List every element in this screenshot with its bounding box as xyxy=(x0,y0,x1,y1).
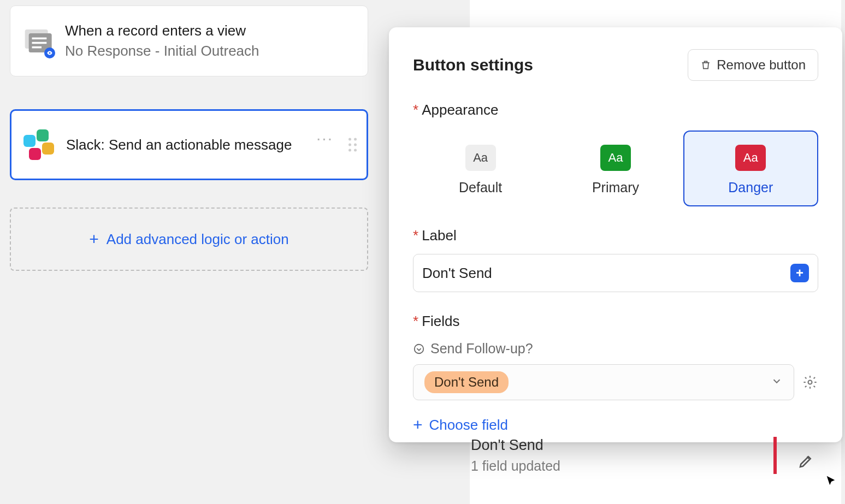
action-card[interactable]: Slack: Send an actionable message ··· xyxy=(10,109,368,180)
view-enter-icon xyxy=(22,26,53,56)
add-token-button[interactable]: + xyxy=(790,264,809,282)
swatch-danger: Aa xyxy=(735,145,766,171)
svg-point-5 xyxy=(415,344,424,353)
field-name-text: Send Follow-up? xyxy=(430,341,533,357)
pencil-icon xyxy=(797,453,814,470)
remove-button[interactable]: Remove button xyxy=(688,49,818,81)
trash-icon xyxy=(700,59,711,71)
gear-icon xyxy=(802,375,818,390)
appearance-option-label: Danger xyxy=(728,180,773,195)
connector xyxy=(189,76,190,109)
modal-title: Button settings xyxy=(413,56,533,74)
appearance-option-primary[interactable]: Aa Primary xyxy=(548,131,683,206)
trigger-title: When a record enters a view xyxy=(65,22,259,39)
label-section: *Label xyxy=(413,227,818,244)
preview-title: Don't Send xyxy=(471,437,763,454)
chevron-circle-icon xyxy=(413,343,425,355)
action-title: Slack: Send an actionable message xyxy=(66,137,292,153)
button-settings-modal: Button settings Remove button *Appearanc… xyxy=(389,27,842,442)
appearance-option-default[interactable]: Aa Default xyxy=(413,131,548,206)
choose-field-label: Choose field xyxy=(429,417,509,434)
fields-section: *Fields xyxy=(413,313,818,330)
appearance-option-label: Primary xyxy=(592,180,639,195)
remove-button-label: Remove button xyxy=(717,57,806,73)
add-action-label: Add advanced logic or action xyxy=(107,231,289,248)
field-name-row: Send Follow-up? xyxy=(413,341,818,357)
slack-icon xyxy=(23,129,54,160)
chevron-down-icon xyxy=(771,375,783,389)
field-settings-button[interactable] xyxy=(802,374,818,390)
choose-field-button[interactable]: + Choose field xyxy=(413,416,818,434)
svg-point-6 xyxy=(808,381,812,384)
field-value-select[interactable]: Don't Send xyxy=(413,364,794,400)
appearance-options: Aa Default Aa Primary Aa Danger xyxy=(413,131,818,206)
swatch-primary: Aa xyxy=(600,145,631,171)
trigger-card[interactable]: When a record enters a view No Response … xyxy=(10,5,368,76)
trigger-subtitle: No Response - Initial Outreach xyxy=(65,43,259,60)
trigger-text: When a record enters a view No Response … xyxy=(65,22,259,60)
edit-button[interactable] xyxy=(797,453,814,472)
plus-icon: + xyxy=(413,416,423,434)
preview-subtitle: 1 field updated xyxy=(471,458,763,474)
view-badge-icon xyxy=(44,48,55,58)
plus-icon: + xyxy=(89,230,99,248)
more-icon[interactable]: ··· xyxy=(316,138,333,152)
button-preview-card[interactable]: Don't Send 1 field updated xyxy=(471,437,777,474)
cursor-icon xyxy=(825,475,837,489)
appearance-option-label: Default xyxy=(459,180,502,195)
appearance-label: *Appearance xyxy=(413,102,818,118)
swatch-default: Aa xyxy=(465,145,496,171)
add-action-button[interactable]: + Add advanced logic or action xyxy=(10,207,368,271)
action-text: Slack: Send an actionable message xyxy=(66,137,292,153)
automation-flow: When a record enters a view No Response … xyxy=(10,0,368,271)
appearance-option-danger[interactable]: Aa Danger xyxy=(683,131,818,206)
label-input-wrap: + xyxy=(413,254,818,292)
label-input[interactable] xyxy=(422,265,790,282)
field-value-pill: Don't Send xyxy=(424,371,509,393)
drag-handle-icon[interactable] xyxy=(348,138,357,152)
